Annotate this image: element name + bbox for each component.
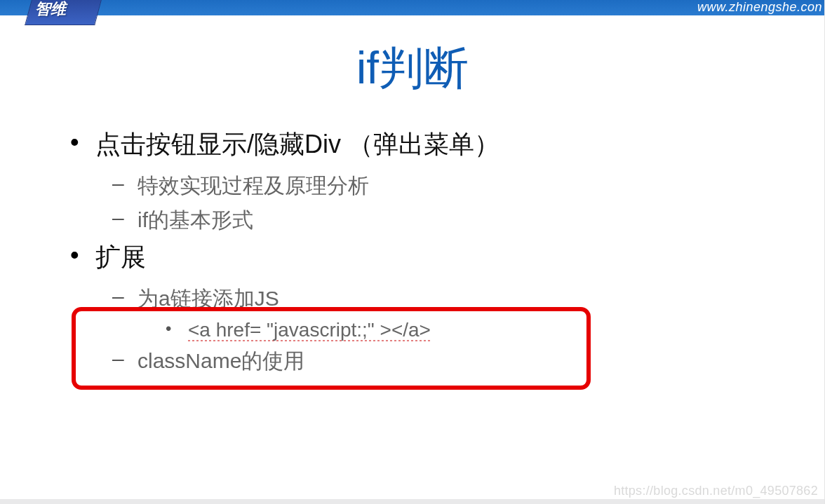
code-snippet: <a href= "javascript:;" ></a> [188, 319, 431, 341]
bullet-2-1: 为a链接添加JS [112, 285, 783, 313]
slide-content: 点击按钮显示/隐藏Div （弹出菜单） 特效实现过程及原理分析 if的基本形式 … [70, 128, 783, 381]
bullet-1: 点击按钮显示/隐藏Div （弹出菜单） [70, 128, 783, 162]
bottom-border [0, 499, 825, 504]
bullet-1-1: 特效实现过程及原理分析 [112, 172, 783, 200]
bullet-2: 扩展 [70, 240, 783, 275]
logo-text: 智维 [35, 0, 66, 20]
bullet-2-2: className的使用 [112, 347, 783, 376]
watermark: https://blog.csdn.net/m0_49507862 [614, 484, 818, 498]
bullet-1-2: if的基本形式 [112, 206, 783, 235]
bullet-2-1-1: <a href= "javascript:;" ></a> [166, 319, 783, 341]
slide-title: if判断 [0, 38, 825, 99]
logo: 智维 [28, 0, 98, 25]
slide: www.zhinengshe.con 智维 if判断 点击按钮显示/隐藏Div … [0, 0, 825, 504]
header-url: www.zhinengshe.con [697, 0, 822, 15]
